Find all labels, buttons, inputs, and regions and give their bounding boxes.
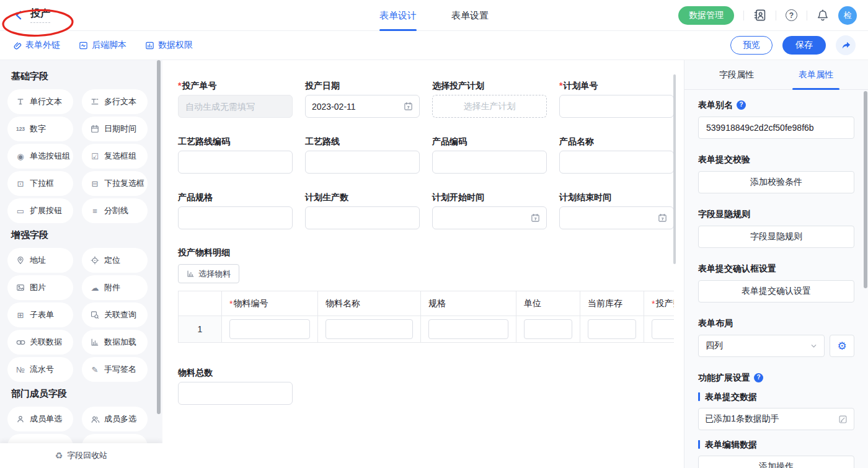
production-qty-input[interactable] bbox=[652, 319, 674, 339]
sidebar-item-location[interactable]: 定位 bbox=[82, 248, 148, 273]
submit-confirm-button[interactable]: 表单提交确认设置 bbox=[698, 280, 854, 302]
material-name-input[interactable] bbox=[326, 319, 413, 339]
sidebar-item-multi-line-text[interactable]: 多行文本 bbox=[82, 89, 148, 114]
tab-form-design[interactable]: 表单设计 bbox=[379, 0, 417, 31]
tab-form-properties[interactable]: 表单属性 bbox=[795, 60, 837, 89]
contacts-icon[interactable] bbox=[753, 9, 766, 22]
sidebar-item-attachment[interactable]: ☁ 附件 bbox=[82, 275, 148, 300]
number-icon: 123 bbox=[16, 124, 25, 134]
backend-script-button[interactable]: 后端脚本 bbox=[79, 40, 126, 51]
sidebar-item-data-load[interactable]: 数据加载 bbox=[82, 330, 148, 355]
product-spec-input[interactable] bbox=[178, 206, 293, 229]
product-code-input[interactable] bbox=[432, 151, 547, 174]
notification-bell-icon[interactable] bbox=[817, 9, 829, 22]
plan-start-time-input[interactable] bbox=[432, 206, 547, 229]
canvas-scrollbar[interactable] bbox=[673, 74, 676, 264]
header-production-qty: *投产数 bbox=[644, 291, 674, 316]
multi-select-icon: ⊟ bbox=[90, 179, 100, 188]
calendar-icon bbox=[531, 213, 540, 223]
add-action-button[interactable]: 添加操作 bbox=[698, 456, 854, 468]
sidebar-scrollbar[interactable] bbox=[157, 60, 161, 414]
linked-query-icon bbox=[90, 310, 100, 320]
sidebar-item-image[interactable]: 图片 bbox=[7, 275, 73, 300]
add-validation-button[interactable]: 添加校验条件 bbox=[698, 171, 854, 193]
preview-button[interactable]: 预览 bbox=[730, 36, 773, 55]
sidebar-item-serial-number[interactable]: № 流水号 bbox=[7, 357, 73, 382]
plan-quantity-input[interactable] bbox=[305, 206, 420, 229]
data-manage-button[interactable]: 数据管理 bbox=[678, 6, 734, 25]
header-material-name: 物料名称 bbox=[318, 291, 421, 316]
help-icon[interactable]: ? bbox=[737, 100, 746, 110]
panel-scrollbar[interactable] bbox=[864, 91, 867, 288]
field-recycle-bin[interactable]: ♻ 字段回收站 bbox=[0, 443, 162, 468]
help-icon[interactable]: ? bbox=[754, 373, 763, 382]
sidebar-item-linked-query[interactable]: 关联查询 bbox=[82, 302, 148, 327]
product-name-input[interactable] bbox=[559, 151, 674, 174]
recycle-icon: ♻ bbox=[55, 451, 63, 461]
plan-no-input[interactable] bbox=[559, 95, 674, 118]
edit-pencil-icon[interactable] bbox=[838, 415, 848, 424]
sidebar-item-datetime[interactable]: 日期时间 bbox=[82, 117, 148, 141]
back-icon[interactable] bbox=[14, 10, 24, 20]
sidebar-item-member-single[interactable]: 成员单选 bbox=[7, 407, 73, 431]
select-material-button[interactable]: 选择物料 bbox=[178, 264, 239, 283]
header-current-stock: 当前库存 bbox=[580, 291, 644, 316]
field-visibility-button[interactable]: 字段显隐规则 bbox=[698, 226, 854, 248]
sidebar-item-linked-data[interactable]: 关联数据 bbox=[7, 330, 73, 355]
production-date-input[interactable]: 2023-02-11 bbox=[305, 95, 420, 118]
data-permission-button[interactable]: 数据权限 bbox=[145, 40, 193, 51]
save-button[interactable]: 保存 bbox=[782, 36, 826, 55]
share-button[interactable] bbox=[836, 35, 856, 55]
external-link-button[interactable]: 表单外链 bbox=[12, 40, 60, 51]
avatar[interactable]: 检 bbox=[838, 6, 857, 25]
sidebar-item-radio-group[interactable]: ◉ 单选按钮组 bbox=[7, 144, 73, 169]
route-code-input[interactable] bbox=[178, 151, 293, 174]
plan-end-time-input[interactable] bbox=[559, 206, 674, 229]
unit-input[interactable] bbox=[524, 319, 572, 339]
layout-select[interactable]: 四列 bbox=[698, 335, 825, 357]
field-product-spec: 产品规格 bbox=[178, 192, 293, 229]
route-input[interactable] bbox=[305, 151, 420, 174]
sidebar-item-address[interactable]: 地址 bbox=[7, 248, 73, 273]
layout-settings-button[interactable]: ⚙ bbox=[830, 335, 854, 357]
header-unit: 单位 bbox=[516, 291, 580, 316]
section-title-basic-fields: 基础字段 bbox=[11, 71, 162, 82]
radio-group-icon: ◉ bbox=[16, 151, 25, 161]
sidebar-item-single-line-text[interactable]: 单行文本 bbox=[7, 89, 73, 114]
current-stock-input[interactable] bbox=[588, 319, 636, 339]
image-icon bbox=[16, 283, 25, 293]
sidebar-item-select[interactable]: ⊡ 下拉框 bbox=[7, 171, 73, 196]
enhanced-fields-grid: 地址 定位 图片 ☁ 附件 ⊞ 子表单 关联查询 bbox=[7, 248, 162, 382]
sidebar-item-multi-select[interactable]: ⊟ 下拉复选框 bbox=[82, 171, 148, 196]
sidebar-item-subform[interactable]: ⊞ 子表单 bbox=[7, 302, 73, 327]
form-alias-input[interactable] bbox=[698, 117, 854, 139]
material-code-input[interactable] bbox=[229, 319, 310, 339]
field-plan-end-time: 计划结束时间 bbox=[559, 192, 674, 229]
material-total-input[interactable] bbox=[178, 382, 293, 405]
script-icon bbox=[79, 41, 88, 50]
material-table-header: *物料编号 物料名称 规格 单位 当前库存 *投产数 bbox=[179, 291, 674, 316]
material-table-row: 1 bbox=[179, 316, 674, 342]
checkbox-group-icon: ☑ bbox=[90, 151, 100, 161]
tab-form-settings[interactable]: 表单设置 bbox=[451, 0, 489, 31]
sidebar-item-checkbox-group[interactable]: ☑ 复选框组 bbox=[82, 144, 148, 169]
sidebar-item-member-multi[interactable]: 成员多选 bbox=[82, 407, 148, 431]
spec-input[interactable] bbox=[428, 319, 508, 339]
field-production-date: 投产日期 2023-02-11 bbox=[305, 81, 420, 118]
sidebar-item-divider[interactable]: ≡ 分割线 bbox=[82, 198, 148, 223]
field-production-order-no: *投产单号 bbox=[178, 81, 293, 118]
member-single-icon bbox=[16, 414, 25, 424]
sidebar-item-number[interactable]: 123 数字 bbox=[7, 117, 73, 141]
tab-field-properties[interactable]: 字段属性 bbox=[715, 60, 758, 89]
help-icon[interactable]: ? bbox=[786, 9, 797, 21]
submit-validation-group: 表单提交校验 添加校验条件 bbox=[698, 153, 854, 193]
sidebar-item-signature[interactable]: ✎ 手写签名 bbox=[82, 357, 148, 382]
material-detail-section: 投产物料明细 选择物料 *物料编号 物料名称 规格 单位 当前库存 *投产数 1 bbox=[178, 247, 680, 343]
form-canvas: *投产单号 投产日期 2023-02-11 选择投产计划 选择生产计划 *计划单… bbox=[162, 60, 680, 468]
submit-data-box[interactable]: 已添加1条数据助手 bbox=[698, 408, 854, 430]
sidebar-item-extend-button[interactable]: ▭ 扩展按钮 bbox=[7, 198, 73, 223]
section-title-member-fields: 部门成员字段 bbox=[11, 388, 162, 400]
production-order-no-input[interactable] bbox=[178, 95, 293, 118]
page-title[interactable]: 投产 bbox=[30, 7, 50, 23]
select-production-plan-picker[interactable]: 选择生产计划 bbox=[432, 95, 547, 118]
